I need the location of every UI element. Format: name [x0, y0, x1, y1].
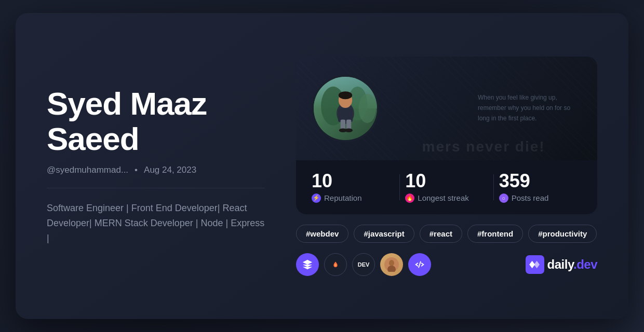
brand-text: daily.dev	[547, 257, 597, 272]
social-hashnode-icon[interactable]	[324, 253, 347, 276]
stat-streak: 10 🔥 Longest streak	[405, 172, 488, 203]
divider	[47, 188, 265, 188]
user-handle: @syedmuhammad...	[47, 165, 128, 175]
svg-point-7	[339, 91, 352, 99]
tag-productivity[interactable]: #productivity	[528, 225, 597, 243]
profile-card-container: Syed Maaz Saeed @syedmuhammad... • Aug 2…	[16, 13, 628, 319]
svg-rect-10	[346, 119, 351, 129]
brand-logo-svg	[526, 255, 544, 274]
social-devto-icon[interactable]: DEV	[352, 253, 375, 276]
profile-banner-card: mers never die! When you feel like givin…	[296, 57, 597, 214]
stat-posts: 359 ○ Posts read	[499, 172, 582, 203]
user-name: Syed Maaz Saeed	[47, 86, 265, 157]
stat-divider-2	[493, 174, 494, 200]
reputation-icon: ⚡	[312, 193, 321, 203]
left-section: Syed Maaz Saeed @syedmuhammad... • Aug 2…	[47, 86, 265, 246]
stat-divider-1	[399, 174, 400, 200]
social-avatar-icon[interactable]	[380, 253, 403, 276]
avatar-image	[314, 77, 377, 140]
svg-point-15	[389, 260, 394, 266]
reputation-value: 10	[312, 172, 332, 190]
reputation-label: ⚡ Reputation	[312, 193, 362, 203]
brand-logo: daily.dev	[526, 255, 597, 274]
tag-react[interactable]: #react	[420, 225, 462, 243]
tag-webdev[interactable]: #webdev	[296, 225, 348, 243]
user-bio: Software Engineer | Front End Developer|…	[47, 201, 265, 245]
svg-point-12	[345, 128, 353, 132]
profile-banner: mers never die! When you feel like givin…	[296, 57, 597, 160]
social-code-icon[interactable]	[408, 253, 431, 276]
user-date: Aug 24, 2023	[144, 165, 196, 175]
avatar	[312, 75, 379, 142]
stat-reputation: 10 ⚡ Reputation	[312, 172, 394, 203]
stats-row: 10 ⚡ Reputation 10 🔥 Longest streak	[296, 160, 597, 214]
social-icons: DEV	[296, 253, 431, 276]
banner-quote: When you feel like giving up, remember w…	[478, 92, 582, 124]
social-dailydev-icon[interactable]	[296, 253, 319, 276]
posts-value: 359	[499, 172, 530, 190]
meta-dot: •	[135, 165, 138, 175]
svg-point-4	[358, 93, 376, 122]
tag-frontend[interactable]: #frontend	[467, 225, 523, 243]
bottom-row: DEV	[296, 253, 597, 276]
banner-watermark: mers never die!	[422, 139, 545, 155]
tags-row: #webdev #javascript #react #frontend #pr…	[296, 225, 597, 243]
dailydev-svg	[302, 259, 313, 270]
avatar-social-svg	[384, 257, 399, 272]
hashnode-svg	[330, 259, 341, 270]
streak-label: 🔥 Longest streak	[405, 193, 468, 203]
svg-rect-9	[341, 119, 345, 129]
streak-icon: 🔥	[405, 193, 414, 203]
streak-value: 10	[405, 172, 426, 190]
posts-icon: ○	[499, 193, 508, 203]
right-section: mers never die! When you feel like givin…	[296, 57, 597, 276]
user-meta: @syedmuhammad... • Aug 24, 2023	[47, 165, 265, 175]
posts-label: ○ Posts read	[499, 193, 549, 203]
tag-javascript[interactable]: #javascript	[354, 225, 414, 243]
code-svg	[414, 259, 425, 270]
